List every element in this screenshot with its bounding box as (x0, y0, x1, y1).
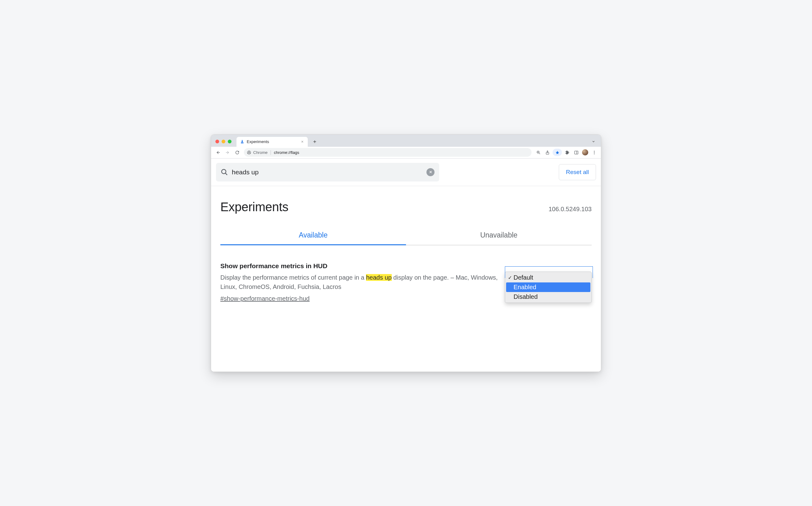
option-disabled[interactable]: Disabled (506, 292, 590, 302)
flag-desc-before: Display the performance metrics of curre… (220, 274, 366, 281)
flags-search-input[interactable] (232, 168, 423, 176)
minimize-window-button[interactable] (222, 140, 225, 143)
flag-title: Show performance metrics in HUD (220, 262, 499, 270)
search-row: Reset all (211, 159, 601, 186)
option-default[interactable]: ✓ Default (506, 273, 590, 282)
flag-item: Show performance metrics in HUD Display … (220, 262, 592, 303)
option-label: Enabled (514, 284, 536, 290)
flag-description: Display the performance metrics of curre… (220, 273, 499, 291)
close-tab-icon[interactable] (300, 140, 304, 144)
check-icon: ✓ (508, 275, 512, 280)
option-label: Disabled (514, 293, 538, 300)
toolbar: Chrome chrome://flags (211, 147, 601, 159)
address-bar[interactable]: Chrome chrome://flags (244, 148, 531, 157)
svg-point-5 (594, 151, 595, 151)
svg-point-7 (594, 153, 595, 154)
tab-strip: Experiments (211, 135, 601, 147)
menu-icon[interactable] (590, 148, 598, 157)
zoom-icon[interactable] (534, 148, 543, 157)
flag-desc-highlight: heads up (366, 274, 391, 281)
option-label: Default (514, 274, 533, 281)
svg-rect-4 (574, 151, 578, 154)
window-controls (213, 140, 234, 147)
sidepanel-icon[interactable] (572, 148, 581, 157)
reset-all-button[interactable]: Reset all (559, 164, 596, 180)
option-enabled[interactable]: Enabled (506, 282, 590, 292)
toolbar-actions (534, 148, 598, 157)
back-button[interactable] (214, 148, 222, 157)
maximize-window-button[interactable] (228, 140, 231, 143)
chrome-version: 106.0.5249.103 (548, 205, 592, 213)
svg-point-6 (594, 152, 595, 153)
flag-list: Show performance metrics in HUD Display … (211, 245, 601, 312)
flag-anchor-link[interactable]: #show-performance-metrics-hud (220, 295, 310, 302)
omnibox-separator (271, 150, 271, 155)
svg-point-1 (248, 152, 249, 153)
close-window-button[interactable] (215, 140, 219, 143)
reload-button[interactable] (233, 148, 241, 157)
flag-state-dropdown: ✓ Default Enabled Disabled (505, 272, 592, 303)
share-icon[interactable] (543, 148, 552, 157)
flag-text: Show performance metrics in HUD Display … (220, 262, 499, 303)
page-content: Reset all Experiments 106.0.5249.103 Ava… (211, 159, 601, 371)
browser-window: Experiments Chrome ch (211, 135, 601, 372)
flag-state-select[interactable]: ✓ Default Enabled Disabled (505, 272, 592, 303)
omnibox-host: Chrome (253, 150, 268, 155)
profile-avatar[interactable] (582, 149, 588, 156)
tab-unavailable[interactable]: Unavailable (406, 231, 592, 245)
flags-search-box[interactable] (216, 163, 439, 181)
flask-icon (240, 140, 244, 144)
tab-title: Experiments (247, 139, 298, 144)
svg-point-8 (222, 169, 226, 174)
forward-button[interactable] (223, 148, 232, 157)
tab-list-dropdown[interactable] (590, 138, 597, 145)
chrome-icon (247, 151, 251, 155)
search-icon (221, 168, 228, 176)
clear-search-icon[interactable] (427, 168, 435, 176)
flag-tabs: Available Unavailable (220, 231, 592, 245)
omnibox-path: chrome://flags (274, 150, 299, 155)
page-header: Experiments 106.0.5249.103 (211, 186, 601, 214)
page-title: Experiments (220, 200, 289, 214)
new-tab-button[interactable] (311, 138, 318, 146)
browser-tab[interactable]: Experiments (236, 137, 308, 147)
extensions-icon[interactable] (563, 148, 572, 157)
tab-available[interactable]: Available (220, 231, 406, 245)
bookmark-button[interactable] (552, 149, 562, 156)
